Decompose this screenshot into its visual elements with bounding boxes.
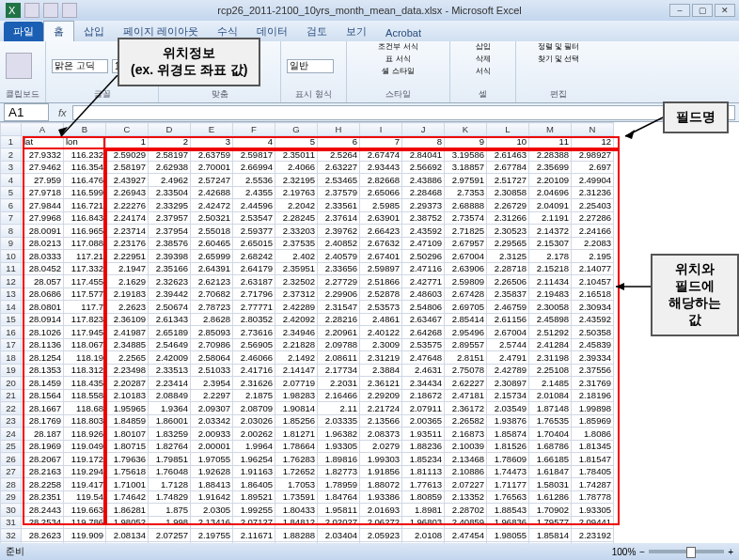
data-cell[interactable]: 28.0801: [22, 301, 64, 314]
worksheet-grid[interactable]: ABCDEFGHIJKLMN1latlon123456789101112227.…: [0, 122, 739, 543]
data-cell[interactable]: 2.59897: [360, 262, 402, 275]
data-cell[interactable]: 1.84812: [275, 516, 318, 529]
row-header-7[interactable]: 7: [1, 211, 22, 225]
data-cell[interactable]: 2.1875: [233, 389, 275, 402]
data-cell[interactable]: 2.38576: [149, 237, 191, 250]
data-cell[interactable]: 28.2534: [22, 516, 64, 529]
data-cell[interactable]: 2.33513: [149, 364, 191, 377]
data-cell[interactable]: 28.2443: [22, 504, 64, 517]
data-cell[interactable]: 2.2042: [275, 199, 318, 212]
data-cell[interactable]: 119.909: [64, 529, 106, 542]
format-button[interactable]: 서식: [476, 68, 491, 76]
data-cell[interactable]: 1.88288: [275, 529, 318, 542]
data-cell[interactable]: 2.19183: [106, 288, 149, 301]
data-cell[interactable]: 27.9718: [22, 186, 64, 199]
data-cell[interactable]: 2.48603: [402, 288, 445, 301]
data-cell[interactable]: 2.65999: [191, 250, 233, 263]
data-cell[interactable]: 2.3125: [487, 250, 529, 263]
data-cell[interactable]: 119.049: [64, 440, 106, 453]
data-cell[interactable]: 2.27729: [318, 275, 360, 288]
data-cell[interactable]: 28.0914: [22, 313, 64, 326]
data-cell[interactable]: 2.10457: [572, 275, 614, 288]
data-cell[interactable]: 1.72652: [275, 465, 318, 478]
name-box[interactable]: [4, 103, 49, 121]
data-cell[interactable]: 2.13468: [445, 453, 487, 466]
data-cell[interactable]: 2.32195: [275, 174, 318, 187]
data-cell[interactable]: 2.51292: [529, 326, 572, 339]
data-cell[interactable]: 118.558: [64, 389, 106, 402]
data-cell[interactable]: 2.63227: [318, 161, 360, 174]
header-cell[interactable]: 4: [233, 135, 275, 148]
data-cell[interactable]: 2.10039: [445, 440, 487, 453]
data-cell[interactable]: 2.50358: [572, 326, 614, 339]
data-cell[interactable]: 27.9462: [22, 161, 64, 174]
data-cell[interactable]: 1.83259: [149, 428, 191, 441]
data-cell[interactable]: 2.80352: [233, 313, 275, 326]
data-cell[interactable]: 2.51033: [191, 364, 233, 377]
data-cell[interactable]: 2.10886: [445, 465, 487, 478]
data-cell[interactable]: 2.43592: [402, 225, 445, 238]
header-cell[interactable]: 9: [445, 135, 487, 148]
data-cell[interactable]: 2.26582: [445, 414, 487, 428]
data-cell[interactable]: 2.16873: [445, 428, 487, 441]
data-cell[interactable]: 2.47454: [445, 529, 487, 542]
data-cell[interactable]: 1.77613: [402, 478, 445, 491]
data-cell[interactable]: 2.35011: [275, 148, 318, 162]
data-cell[interactable]: 2.89557: [445, 338, 487, 351]
data-cell[interactable]: 2.30858: [487, 186, 529, 199]
data-cell[interactable]: 2.19483: [529, 288, 572, 301]
data-cell[interactable]: 118.803: [64, 414, 106, 428]
data-cell[interactable]: 2.40852: [318, 237, 360, 250]
data-cell[interactable]: 2.01084: [529, 389, 572, 402]
data-cell[interactable]: 2.49904: [572, 174, 614, 187]
data-cell[interactable]: 2.31547: [318, 301, 360, 314]
insert-button[interactable]: 삽입: [476, 43, 491, 52]
data-cell[interactable]: 1.85256: [275, 414, 318, 428]
data-cell[interactable]: 1.81526: [487, 440, 529, 453]
data-cell[interactable]: 2.36172: [445, 402, 487, 415]
col-header-L[interactable]: L: [487, 123, 529, 136]
data-cell[interactable]: 2.47116: [402, 262, 445, 275]
data-cell[interactable]: 2.23714: [106, 225, 149, 238]
data-cell[interactable]: 2.28216: [318, 313, 360, 326]
data-cell[interactable]: 2.03549: [487, 402, 529, 415]
data-cell[interactable]: 119.786: [64, 516, 106, 529]
data-cell[interactable]: 2.61156: [487, 313, 529, 326]
data-cell[interactable]: 119.294: [64, 465, 106, 478]
zoom-in-button[interactable]: +: [728, 547, 733, 557]
sort-filter-button[interactable]: 정렬 및 필터: [538, 43, 579, 52]
data-cell[interactable]: 2.28388: [529, 148, 572, 162]
data-cell[interactable]: 2.06272: [360, 516, 402, 529]
data-cell[interactable]: 2.18196: [572, 389, 614, 402]
data-cell[interactable]: 2.50296: [402, 250, 445, 263]
data-cell[interactable]: 2.8628: [191, 313, 233, 326]
data-cell[interactable]: 1.85969: [572, 414, 614, 428]
data-cell[interactable]: 2.42009: [149, 351, 191, 365]
data-cell[interactable]: 1.58031: [529, 478, 572, 491]
data-cell[interactable]: 2.42092: [275, 313, 318, 326]
data-cell[interactable]: 2.0108: [402, 529, 445, 542]
data-cell[interactable]: 2.29565: [487, 237, 529, 250]
row-header-25[interactable]: 25: [1, 440, 22, 453]
delete-button[interactable]: 삭제: [476, 55, 491, 64]
data-cell[interactable]: 118.067: [64, 338, 106, 351]
data-cell[interactable]: 1.99898: [572, 402, 614, 415]
row-header-6[interactable]: 6: [1, 199, 22, 212]
data-cell[interactable]: 2.37535: [275, 237, 318, 250]
maximize-button[interactable]: ▢: [692, 4, 713, 17]
data-cell[interactable]: 2.35951: [275, 262, 318, 275]
col-header-G[interactable]: G: [275, 123, 318, 136]
data-cell[interactable]: 2.4861: [360, 313, 402, 326]
data-cell[interactable]: 2.16466: [318, 389, 360, 402]
tab-file[interactable]: 파일: [4, 22, 43, 41]
header-cell[interactable]: 5: [275, 135, 318, 148]
row-header-14[interactable]: 14: [1, 301, 22, 314]
data-cell[interactable]: 119.54: [64, 490, 106, 504]
tab-insert[interactable]: 삽입: [74, 22, 114, 41]
data-cell[interactable]: 1.78405: [572, 465, 614, 478]
col-header-I[interactable]: I: [360, 123, 402, 136]
zoom-slider[interactable]: [649, 550, 724, 553]
data-cell[interactable]: 2.47648: [402, 351, 445, 365]
data-cell[interactable]: 118.68: [64, 402, 106, 415]
data-cell[interactable]: 2.31626: [233, 377, 275, 390]
